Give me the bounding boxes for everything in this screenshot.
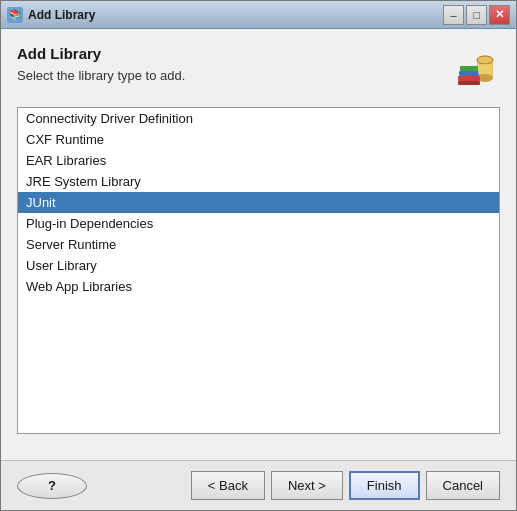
dialog-subtitle: Select the library type to add. [17,68,440,83]
list-item-junit[interactable]: JUnit [18,192,499,213]
svg-rect-3 [458,76,480,81]
dialog-content: Add Library Select the library type to a… [1,29,516,460]
window-title: Add Library [28,8,443,22]
header-text: Add Library Select the library type to a… [17,45,440,83]
help-button[interactable]: ? [17,473,87,499]
header-area: Add Library Select the library type to a… [17,45,500,95]
title-bar-buttons: – □ ✕ [443,5,510,25]
library-icon [450,45,500,95]
list-item-connectivity[interactable]: Connectivity Driver Definition [18,108,499,129]
list-item-server[interactable]: Server Runtime [18,234,499,255]
list-item-cxf[interactable]: CXF Runtime [18,129,499,150]
library-list[interactable]: Connectivity Driver DefinitionCXF Runtim… [17,107,500,434]
list-item-jre[interactable]: JRE System Library [18,171,499,192]
dialog-title: Add Library [17,45,440,62]
finish-button[interactable]: Finish [349,471,420,500]
next-button[interactable]: Next > [271,471,343,500]
svg-rect-6 [458,81,480,85]
minimize-button[interactable]: – [443,5,464,25]
list-item-webapp[interactable]: Web App Libraries [18,276,499,297]
window-icon: 📚 [7,7,23,23]
title-bar: 📚 Add Library – □ ✕ [1,1,516,29]
maximize-button[interactable]: □ [466,5,487,25]
list-item-user[interactable]: User Library [18,255,499,276]
svg-rect-5 [460,66,478,71]
add-library-window: 📚 Add Library – □ ✕ Add Library Select t… [0,0,517,511]
close-button[interactable]: ✕ [489,5,510,25]
dialog-footer: ? < Back Next > Finish Cancel [1,460,516,510]
cancel-button[interactable]: Cancel [426,471,500,500]
list-item-ear[interactable]: EAR Libraries [18,150,499,171]
svg-rect-4 [459,71,479,76]
svg-rect-8 [478,64,492,74]
footer-buttons: < Back Next > Finish Cancel [191,471,500,500]
back-button[interactable]: < Back [191,471,265,500]
list-item-plugin[interactable]: Plug-in Dependencies [18,213,499,234]
